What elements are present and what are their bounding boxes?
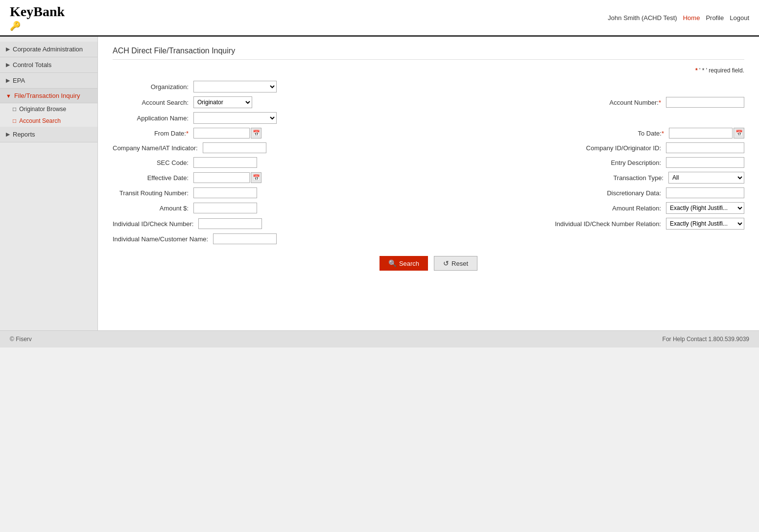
sidebar-label-file-transaction: File/Transaction Inquiry	[14, 92, 80, 99]
effective-date-input[interactable]	[193, 172, 250, 183]
effective-txn-row: Effective Date: 📅 Transaction Type: All …	[113, 170, 744, 185]
app-name-label: Application Name:	[113, 115, 193, 122]
individual-id-label: Individual ID/Check Number:	[113, 220, 198, 228]
search-button-label: Search	[399, 260, 419, 267]
sidebar-item-account-search[interactable]: □ Account Search	[0, 115, 97, 127]
transaction-type-select[interactable]: All Credit Debit	[668, 172, 744, 184]
help-contact: For Help Contact 1.800.539.9039	[663, 336, 749, 343]
expand-icon-epa: ▶	[6, 77, 10, 84]
reset-button-label: Reset	[451, 260, 468, 267]
sec-code-label: SEC Code:	[113, 159, 193, 166]
sidebar-label-originator-browse: Originator Browse	[19, 106, 66, 113]
sidebar-label-reports: Reports	[13, 131, 35, 138]
sidebar-item-control-totals[interactable]: ▶ Control Totals	[0, 57, 97, 73]
amount-label: Amount $:	[113, 205, 193, 212]
org-row: Organization:	[113, 79, 744, 94]
org-label: Organization:	[113, 83, 193, 91]
company-row: Company Name/IAT Indicator: Company ID/O…	[113, 140, 744, 155]
user-name: John Smith (ACHD Test)	[608, 14, 677, 22]
header: KeyBank 🔑 John Smith (ACHD Test) Home Pr…	[0, 0, 759, 37]
to-date-calendar-icon[interactable]: 📅	[734, 128, 744, 139]
sidebar-item-file-transaction[interactable]: ▼ File/Transaction Inquiry	[0, 89, 97, 103]
inquiry-form: Organization: Account Search: Originator…	[113, 79, 744, 280]
effective-date-calendar-icon[interactable]: 📅	[251, 172, 261, 183]
button-row: 🔍 Search ↺ Reset	[113, 256, 744, 280]
dates-row: From Date:* 📅 To Date:* 📅	[113, 126, 744, 140]
entry-desc-input[interactable]	[666, 157, 744, 168]
individual-id-input[interactable]	[198, 218, 262, 229]
organization-select[interactable]	[193, 81, 277, 93]
individual-id-relation-select[interactable]: Exactly (Right Justifi... Greater Than L…	[666, 218, 744, 230]
reset-button[interactable]: ↺ Reset	[434, 256, 477, 271]
required-note: * ' * ' required field.	[113, 67, 744, 74]
sidebar-item-corporate-admin[interactable]: ▶ Corporate Administration	[0, 42, 97, 57]
account-number-input[interactable]	[666, 97, 744, 108]
bullet-account-search: □	[13, 117, 16, 124]
sidebar-label-corporate-admin: Corporate Administration	[13, 46, 83, 53]
nav-profile[interactable]: Profile	[706, 14, 724, 22]
individual-name-row: Individual Name/Customer Name:	[113, 231, 744, 246]
user-nav: John Smith (ACHD Test) Home Profile Logo…	[608, 14, 749, 22]
amount-input[interactable]	[193, 203, 257, 213]
sidebar-label-epa: EPA	[13, 77, 25, 84]
individual-name-input[interactable]	[213, 233, 277, 244]
sidebar-item-reports[interactable]: ▶ Reports	[0, 127, 97, 142]
copyright: © Fiserv	[10, 336, 32, 343]
from-date-input[interactable]	[193, 128, 250, 139]
account-number-label: Account Number:*	[590, 99, 666, 106]
effective-date-label: Effective Date:	[113, 174, 193, 182]
disc-data-input[interactable]	[666, 187, 744, 198]
to-date-label: To Date:*	[600, 130, 669, 137]
company-name-input[interactable]	[203, 142, 266, 153]
individual-name-label: Individual Name/Customer Name:	[113, 235, 213, 243]
collapse-icon-ft: ▼	[6, 93, 11, 99]
logo-text: KeyBank	[10, 4, 65, 20]
sidebar-item-originator-browse[interactable]: □ Originator Browse	[0, 103, 97, 115]
nav-home[interactable]: Home	[683, 14, 700, 22]
account-search-select[interactable]: Originator Beneficiary Both	[193, 96, 252, 108]
company-name-label: Company Name/IAT Indicator:	[113, 144, 203, 152]
main-layout: ▶ Corporate Administration ▶ Control Tot…	[0, 37, 759, 330]
sec-entry-row: SEC Code: Entry Description:	[113, 155, 744, 170]
transit-routing-label: Transit Routing Number:	[113, 189, 193, 197]
expand-icon: ▶	[6, 46, 10, 52]
required-star: *	[695, 67, 698, 74]
bullet-originator: □	[13, 106, 16, 113]
account-search-label: Account Search:	[113, 99, 193, 106]
sidebar-label-account-search: Account Search	[19, 117, 61, 124]
logo-area: KeyBank 🔑	[10, 4, 65, 31]
amount-relation-select[interactable]: Exactly (Right Justifi... Greater Than L…	[666, 202, 744, 214]
footer: © Fiserv For Help Contact 1.800.539.9039	[0, 330, 759, 347]
from-date-calendar-icon[interactable]: 📅	[251, 128, 261, 139]
required-text: ' * ' required field.	[699, 67, 744, 74]
search-button[interactable]: 🔍 Search	[380, 256, 428, 271]
expand-icon-reports: ▶	[6, 131, 10, 138]
amount-relation-label: Amount Relation:	[578, 205, 666, 212]
company-id-label: Company ID/Originator ID:	[578, 144, 666, 152]
sec-code-input[interactable]	[193, 157, 257, 168]
account-search-row: Account Search: Originator Beneficiary B…	[113, 94, 744, 110]
transit-disc-row: Transit Routing Number: Discretionary Da…	[113, 185, 744, 200]
company-id-input[interactable]	[666, 142, 744, 153]
sidebar-label-control-totals: Control Totals	[13, 61, 51, 69]
disc-data-label: Discretionary Data:	[578, 189, 666, 197]
content-area: ACH Direct File/Transaction Inquiry * ' …	[98, 37, 759, 330]
individual-id-relation-label: Individual ID/Check Number Relation:	[555, 220, 666, 228]
from-date-label: From Date:*	[113, 130, 193, 137]
nav-logout[interactable]: Logout	[730, 14, 749, 22]
application-name-select[interactable]	[193, 112, 277, 124]
reset-icon: ↺	[443, 259, 449, 267]
transit-routing-input[interactable]	[193, 187, 257, 198]
expand-icon-ct: ▶	[6, 62, 10, 68]
app-name-row: Application Name:	[113, 110, 744, 126]
amount-row: Amount $: Amount Relation: Exactly (Righ…	[113, 200, 744, 216]
individual-id-row: Individual ID/Check Number: Individual I…	[113, 216, 744, 231]
page-title: ACH Direct File/Transaction Inquiry	[113, 46, 744, 60]
logo-icon: 🔑	[10, 21, 65, 31]
sidebar-item-epa[interactable]: ▶ EPA	[0, 73, 97, 89]
txn-type-label: Transaction Type:	[580, 174, 668, 182]
sidebar: ▶ Corporate Administration ▶ Control Tot…	[0, 37, 98, 330]
entry-desc-label: Entry Description:	[578, 159, 666, 166]
search-icon: 🔍	[388, 259, 397, 267]
to-date-input[interactable]	[669, 128, 733, 139]
